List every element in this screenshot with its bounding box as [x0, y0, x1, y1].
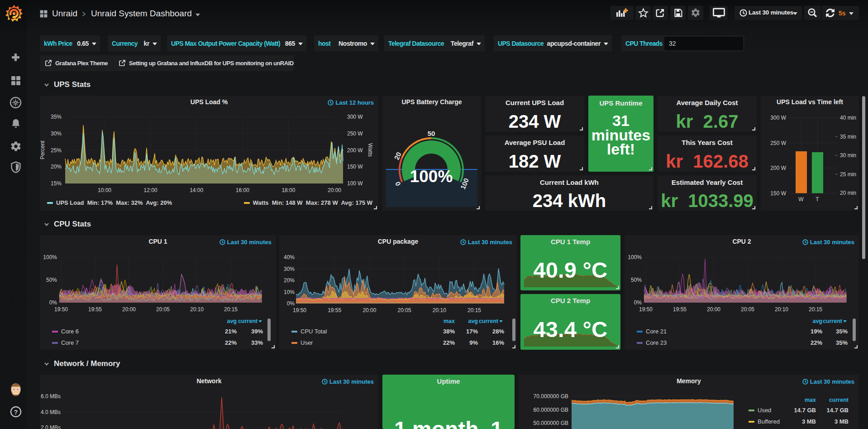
svg-text:50: 50 [428, 130, 435, 137]
svg-text:0: 0 [394, 180, 402, 187]
svg-text:100: 100 [459, 177, 470, 191]
svg-text:?: ? [14, 409, 18, 416]
svg-text:100%: 100% [410, 167, 453, 186]
